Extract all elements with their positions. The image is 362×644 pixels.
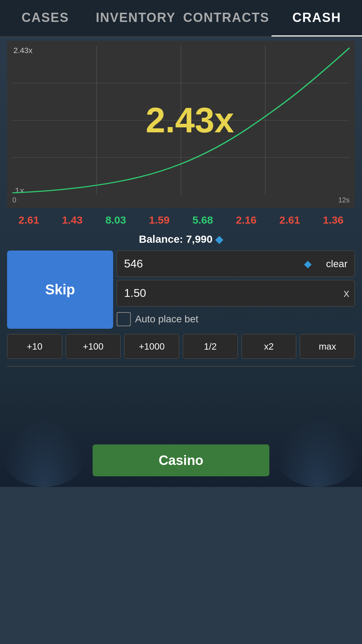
history-item: 2.16 — [236, 214, 256, 226]
multiplier-input[interactable] — [121, 287, 344, 300]
chart-x-end: 12s — [338, 196, 350, 204]
auto-place-bet-label: Auto place bet — [135, 314, 198, 325]
chart-x-start: 0 — [12, 196, 16, 204]
quick-bet-max[interactable]: max — [300, 334, 355, 359]
history-item: 1.43 — [62, 214, 82, 226]
history-item: 1.59 — [149, 214, 169, 226]
main-content: 2.43x 1x 2.43x 0 12s 2.611.438.031.595.6… — [0, 37, 362, 381]
history-item: 5.68 — [192, 214, 213, 226]
nav-tab-cases[interactable]: CASES — [0, 0, 90, 36]
auto-place-bet-checkbox[interactable] — [117, 312, 131, 326]
crash-history-row: 2.611.438.031.595.682.162.611.36 — [7, 211, 355, 230]
balance-diamond-icon: ◆ — [215, 234, 223, 245]
multiplier-row: x — [117, 280, 355, 306]
history-item: 2.61 — [279, 214, 300, 226]
history-item: 1.36 — [323, 214, 343, 226]
quick-bet-plus100[interactable]: +100 — [66, 334, 121, 359]
history-item: 2.61 — [18, 214, 39, 226]
crash-multiplier-display: 2.43x — [146, 100, 234, 140]
chart-y-label: 2.43x — [13, 46, 33, 55]
bet-panel: Skip ◆ clear x Auto place bet — [7, 251, 355, 329]
nav-tab-inventory[interactable]: INVENTORY — [90, 0, 181, 36]
quick-bet-plus10[interactable]: +10 — [7, 334, 62, 359]
clear-button[interactable]: clear — [319, 251, 355, 277]
casino-button[interactable]: Casino — [93, 444, 269, 476]
history-item: 8.03 — [105, 214, 126, 226]
chart-x-axis: 0 12s — [12, 195, 350, 204]
auto-bet-row: Auto place bet — [117, 309, 355, 329]
quick-bet-buttons: +10+100+10001/2x2max — [7, 334, 355, 359]
tank-decoration-left — [0, 416, 88, 487]
divider — [7, 366, 355, 367]
balance-display: Balance: 7,990 ◆ — [7, 233, 355, 245]
quick-bet-1div2[interactable]: 1/2 — [183, 334, 238, 359]
multiplier-x-label: x — [344, 287, 351, 300]
nav-tab-crash[interactable]: CRASH — [272, 0, 362, 36]
bet-amount-input[interactable] — [121, 257, 304, 270]
nav-tab-contracts[interactable]: CONTRACTS — [181, 0, 272, 36]
balance-label: Balance: 7,990 — [139, 233, 212, 245]
quick-bet-x2[interactable]: x2 — [241, 334, 297, 359]
crash-chart-container: 2.43x 1x 2.43x 0 12s — [7, 41, 355, 208]
bet-diamond-icon: ◆ — [304, 258, 312, 270]
navigation-tabs: CASESINVENTORYCONTRACTSCRASH — [0, 0, 362, 37]
bet-controls: ◆ clear x Auto place bet — [117, 251, 355, 329]
lower-area: Casino — [0, 381, 362, 487]
tank-decoration-right — [274, 416, 362, 487]
skip-button[interactable]: Skip — [7, 251, 113, 329]
quick-bet-plus1000[interactable]: +1000 — [124, 334, 179, 359]
